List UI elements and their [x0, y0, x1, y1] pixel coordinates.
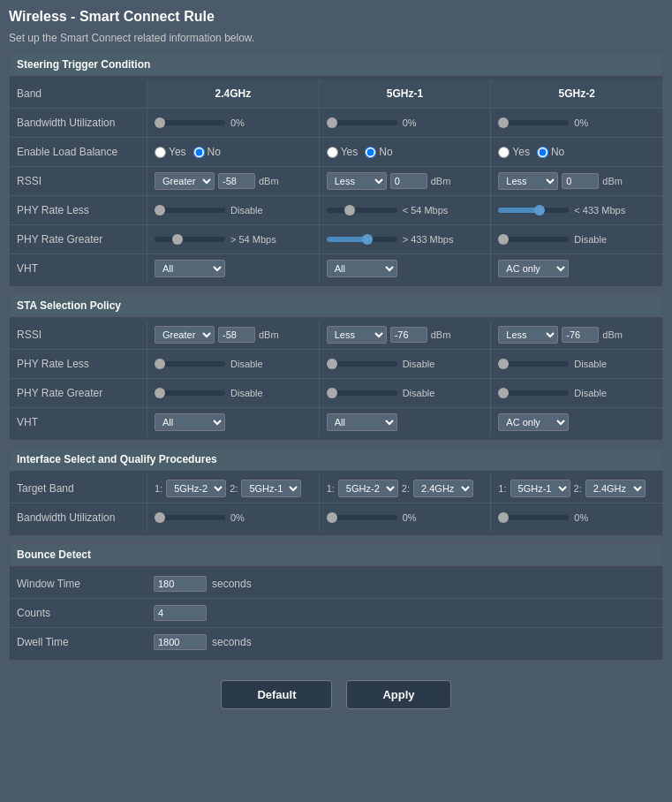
bandwidth-util-row: Bandwidth Utilization 0% 0% — [10, 109, 662, 138]
rssi-value-1[interactable] — [218, 173, 255, 189]
iface-bw-slider-3[interactable] — [498, 515, 569, 520]
lb-yes-3[interactable]: Yes — [498, 146, 530, 158]
sta-vht-select-1[interactable]: AllAC only — [155, 413, 225, 431]
sta-rssi-cell-1: GreaterLess dBm — [147, 321, 319, 349]
bw-slider-2[interactable] — [327, 120, 397, 125]
phy-greater-slider-1[interactable] — [155, 237, 225, 242]
sta-rssi-value-3[interactable] — [562, 327, 599, 343]
sta-vht-select-3[interactable]: AC onlyAll — [498, 413, 569, 431]
phy-greater-value-1: > 54 Mbps — [230, 234, 276, 245]
rssi-dbm-1: dBm — [259, 176, 279, 186]
sta-phy-greater-label: PHY Rate Greater — [10, 383, 147, 403]
sta-rssi-dbm-2: dBm — [431, 329, 451, 340]
lb-yes-2[interactable]: Yes — [327, 146, 359, 158]
sta-phy-less-slider-2[interactable] — [327, 361, 397, 367]
lb-yes-radio-3[interactable] — [498, 147, 510, 158]
sta-rssi-wrap-2: LessGreater dBm — [327, 326, 451, 344]
target-band-1-select-1[interactable]: 5GHz-25GHz-12.4GHz — [166, 480, 226, 497]
sta-phy-less-slider-1[interactable] — [155, 361, 225, 367]
vht-select-3[interactable]: AC onlyAll — [498, 260, 569, 277]
sta-phy-less-value-2: Disable — [403, 359, 435, 369]
iface-bw-cell-1: 0% — [147, 503, 319, 532]
phy-greater-cell-3: Disable — [490, 225, 662, 253]
steering-trigger-section: Steering Trigger Condition Band 2.4GHz 5… — [9, 53, 663, 287]
bw-slider-3[interactable] — [498, 120, 569, 125]
bounce-detect-header: Bounce Detect — [10, 544, 662, 566]
sta-vht-select-2[interactable]: AllAC only — [327, 413, 397, 431]
lb-no-radio-1[interactable] — [193, 147, 205, 158]
sta-rssi-comparator-3[interactable]: LessGreater — [498, 326, 558, 344]
lb-yes-radio-2[interactable] — [327, 147, 338, 158]
vht-select-1[interactable]: AllAC only — [155, 260, 225, 277]
phy-less-slider-2[interactable] — [327, 208, 397, 213]
rssi-value-2[interactable] — [390, 173, 427, 189]
lb-no-3[interactable]: No — [537, 146, 564, 158]
phy-greater-value-3: Disable — [574, 234, 607, 245]
sta-rssi-value-2[interactable] — [390, 327, 427, 343]
phy-greater-slider-2[interactable] — [327, 237, 397, 242]
target-band-1-label: 1: — [155, 483, 162, 494]
target-band-1-select-2[interactable]: 5GHz-15GHz-22.4GHz — [241, 480, 301, 497]
lb-no-radio-3[interactable] — [537, 147, 548, 158]
phy-less-value-3: < 433 Mbps — [574, 205, 625, 216]
bw-slider-wrap-3: 0% — [498, 117, 655, 128]
window-time-row: Window Time seconds — [10, 570, 662, 599]
phy-less-value-1: Disable — [230, 205, 263, 216]
window-time-cell: seconds — [147, 570, 662, 598]
phy-less-slider-3[interactable] — [498, 208, 569, 213]
lb-no-radio-2[interactable] — [365, 147, 376, 158]
sta-phy-greater-cell-2: Disable — [319, 379, 491, 407]
rssi-wrap-1: GreaterLess dBm — [155, 172, 279, 190]
iface-bw-label: Bandwidth Utilization — [10, 508, 147, 527]
sta-vht-cell-2: AllAC only — [319, 408, 491, 436]
sta-phy-greater-slider-1[interactable] — [155, 390, 225, 396]
target-band-2-select-2[interactable]: 2.4GHz5GHz-15GHz-2 — [413, 480, 473, 497]
rssi-cell-2: LessGreater dBm — [319, 167, 491, 195]
rssi-comparator-2[interactable]: LessGreater — [327, 172, 387, 190]
button-row: Default Apply — [9, 668, 663, 722]
lb-yes-radio-1[interactable] — [155, 147, 166, 158]
band-5ghz1: 5GHz-1 — [319, 79, 491, 108]
sta-rssi-dbm-1: dBm — [259, 329, 279, 340]
window-time-input[interactable] — [154, 576, 207, 592]
dwell-time-input[interactable] — [154, 634, 207, 650]
target-band-3-select-2[interactable]: 2.4GHz5GHz-15GHz-2 — [585, 480, 646, 497]
dwell-time-wrap: seconds — [154, 634, 252, 650]
iface-bw-value-1: 0% — [230, 512, 245, 523]
lb-no-1[interactable]: No — [193, 146, 221, 158]
band-label: Band — [10, 84, 147, 103]
sta-phy-greater-slider-3[interactable] — [498, 390, 569, 396]
rssi-value-3[interactable] — [562, 173, 599, 189]
phy-greater-slider-wrap-2: > 433 Mbps — [327, 234, 484, 245]
rssi-comparator-1[interactable]: GreaterLess — [155, 172, 215, 190]
sta-rssi-comparator-1[interactable]: GreaterLess — [155, 326, 215, 344]
sta-rssi-comparator-2[interactable]: LessGreater — [327, 326, 387, 344]
default-button[interactable]: Default — [221, 680, 332, 709]
iface-bw-slider-2[interactable] — [327, 515, 397, 520]
vht-select-2[interactable]: AllAC only — [327, 260, 397, 277]
phy-less-slider-1[interactable] — [155, 208, 225, 213]
apply-button[interactable]: Apply — [346, 680, 450, 709]
lb-yes-1[interactable]: Yes — [155, 146, 186, 158]
band-header-row: Band 2.4GHz 5GHz-1 5GHz-2 — [10, 79, 662, 109]
iface-bw-slider-1[interactable] — [155, 515, 225, 520]
rssi-wrap-2: LessGreater dBm — [327, 172, 451, 190]
sta-phy-less-slider-3[interactable] — [498, 361, 569, 367]
sta-selection-header: STA Selection Policy — [10, 295, 662, 317]
sta-phy-greater-slider-2[interactable] — [327, 390, 397, 396]
target-band-2-select-1[interactable]: 5GHz-25GHz-12.4GHz — [338, 480, 398, 497]
lb-no-2[interactable]: No — [365, 146, 392, 158]
counts-input[interactable] — [154, 605, 207, 621]
target-band-cell-3: 1: 5GHz-15GHz-22.4GHz 2: 2.4GHz5GHz-15GH… — [490, 474, 662, 503]
iface-bw-wrap-2: 0% — [327, 512, 484, 523]
target-band-3-select-1[interactable]: 5GHz-15GHz-22.4GHz — [510, 480, 570, 497]
phy-greater-cell-1: > 54 Mbps — [147, 225, 319, 253]
sta-rssi-value-1[interactable] — [218, 327, 255, 343]
interface-select-header: Interface Select and Qualify Procedures — [10, 449, 662, 471]
bw-slider-1[interactable] — [155, 120, 225, 125]
target-band-cell-2: 1: 5GHz-25GHz-12.4GHz 2: 2.4GHz5GHz-15GH… — [319, 474, 491, 503]
phy-greater-slider-3[interactable] — [498, 237, 569, 242]
rssi-comparator-3[interactable]: LessGreater — [498, 172, 558, 190]
rssi-label: RSSI — [10, 171, 147, 191]
load-balance-row: Enable Load Balance Yes No Yes No Y — [10, 138, 662, 167]
